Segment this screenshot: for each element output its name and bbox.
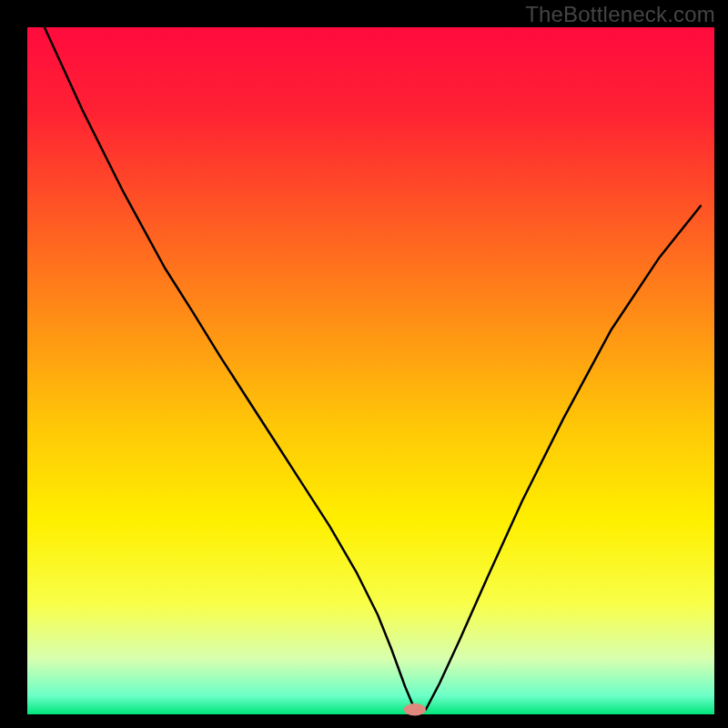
watermark-label: TheBottleneck.com	[525, 2, 715, 27]
bottleneck-chart	[0, 0, 728, 728]
chart-container: TheBottleneck.com	[0, 0, 728, 728]
plot-background	[27, 27, 714, 714]
optimal-point-marker	[404, 703, 426, 716]
